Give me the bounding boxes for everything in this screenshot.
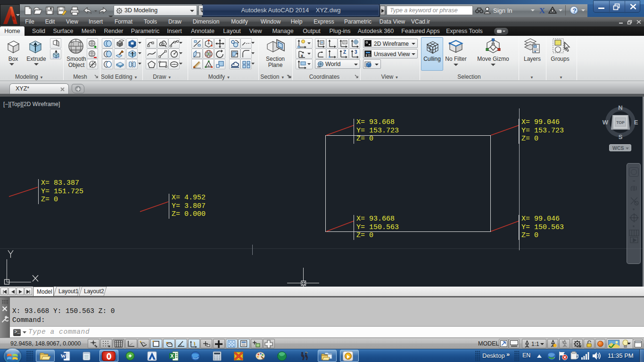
svg-text:W: W xyxy=(61,353,66,359)
svg-text:X: X xyxy=(539,7,545,14)
svg-text:Z: Z xyxy=(343,49,346,55)
svg-text:TOP: TOP xyxy=(616,120,625,125)
svg-text:W: W xyxy=(603,119,609,126)
svg-text:X: X xyxy=(170,353,174,359)
svg-text:3: 3 xyxy=(355,49,357,55)
svg-text:S: S xyxy=(619,133,623,140)
svg-text:x: x xyxy=(301,53,303,58)
svg-text:N: N xyxy=(618,104,622,111)
svg-text:E: E xyxy=(634,119,638,126)
